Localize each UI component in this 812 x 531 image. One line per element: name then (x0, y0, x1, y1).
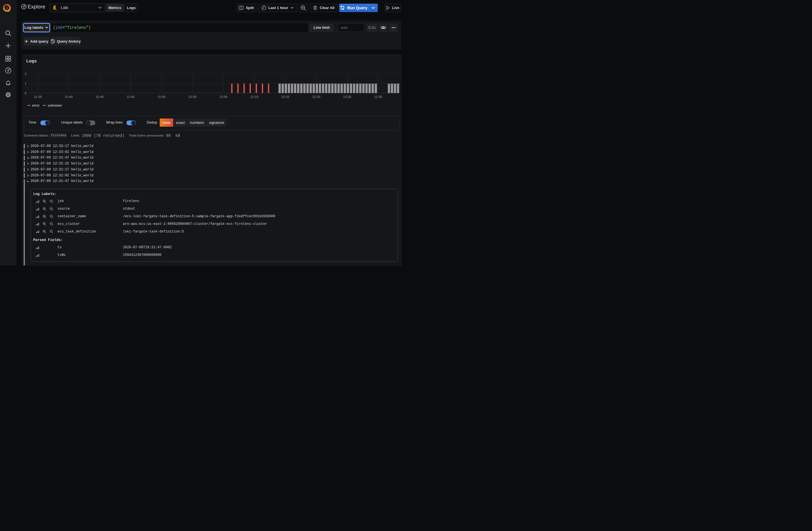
svg-text:11:55: 11:55 (157, 95, 165, 99)
svg-text:2: 2 (25, 72, 26, 76)
svg-text:11:50: 11:50 (127, 95, 134, 99)
svg-text:0: 0 (25, 91, 26, 95)
svg-text:12:20: 12:20 (312, 95, 320, 99)
svg-text:11:45: 11:45 (96, 95, 103, 99)
svg-text:1: 1 (25, 82, 26, 85)
svg-text:12:30: 12:30 (374, 95, 382, 99)
svg-text:12:05: 12:05 (219, 95, 228, 99)
svg-text:12:15: 12:15 (281, 95, 289, 99)
svg-text:12:10: 12:10 (250, 95, 258, 99)
svg-text:11:35: 11:35 (34, 95, 42, 99)
svg-text:12:25: 12:25 (343, 95, 351, 99)
svg-text:11:40: 11:40 (64, 95, 73, 99)
svg-text:12:00: 12:00 (188, 95, 197, 99)
